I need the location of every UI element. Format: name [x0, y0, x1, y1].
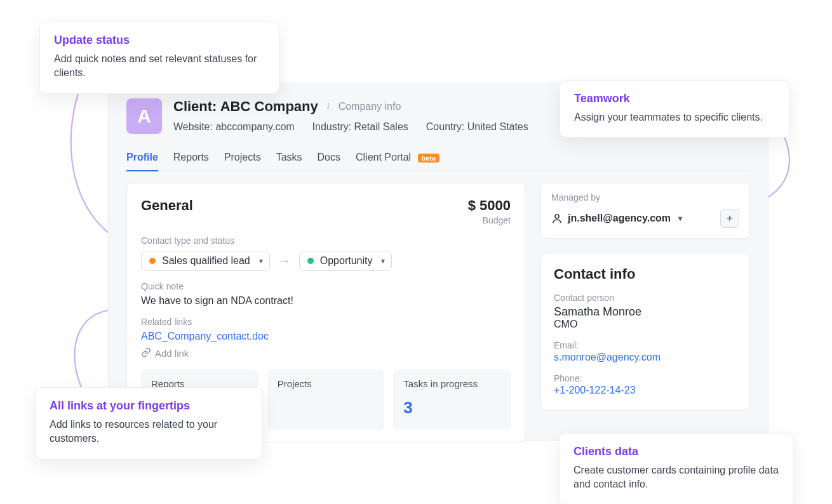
status-from-select[interactable]: Sales qualified lead ▾ — [141, 251, 270, 271]
tab-client-portal-label: Client Portal — [356, 152, 411, 162]
callout-clients-data: Clients data Create customer cards conta… — [559, 433, 794, 504]
callout-clients-data-body: Create customer cards containing profile… — [574, 463, 779, 492]
contact-person-role: CMO — [554, 319, 737, 330]
company-info-label[interactable]: Company info — [339, 101, 401, 112]
related-link-doc[interactable]: ABC_Company_contact.doc — [141, 331, 269, 342]
person-icon — [551, 213, 563, 224]
client-avatar: A — [126, 98, 162, 134]
tabs: Profile Reports Projects Tasks Docs Clie… — [126, 148, 750, 171]
info-icon[interactable]: i — [327, 102, 330, 112]
quick-note-label: Quick note — [141, 281, 511, 291]
managed-by-user[interactable]: jn.shell@agency.com ▾ — [551, 213, 682, 224]
stat-projects[interactable]: Projects — [267, 369, 385, 430]
status-dot-green-icon — [307, 258, 314, 264]
stat-tasks-value: 3 — [403, 398, 500, 418]
client-website: Website: abccompany.com — [173, 121, 295, 133]
add-manager-button[interactable]: + — [720, 209, 739, 228]
status-to-label: Opportunity — [320, 255, 373, 267]
callout-teamwork-body: Assign your teammates to specific client… — [574, 110, 775, 124]
callout-teamwork: Teamwork Assign your teammates to specif… — [560, 80, 789, 138]
callout-links-body: Add links to resources related to your c… — [50, 418, 248, 446]
callout-update-status: Update status Add quick notes and set re… — [39, 22, 279, 94]
client-title: Client: ABC Company — [173, 98, 318, 115]
budget-amount: $ 5000 — [468, 197, 511, 214]
chevron-down-icon: ▾ — [381, 256, 385, 265]
contact-info-title: Contact info — [554, 266, 737, 282]
contact-type-label: Contact type and status — [141, 235, 511, 246]
tab-client-portal[interactable]: Client Portal beta — [356, 148, 439, 171]
managed-by-card: Managed by jn.shell@agency.com ▾ — [540, 183, 750, 239]
chevron-down-icon: ▾ — [259, 256, 263, 265]
callout-update-status-title: Update status — [54, 34, 265, 47]
contact-email-label: Email: — [554, 340, 737, 350]
stat-projects-title: Projects — [278, 378, 375, 389]
stat-tasks-title: Tasks in progress — [403, 378, 500, 389]
callout-clients-data-title: Clients data — [574, 445, 779, 458]
contact-phone-link[interactable]: +1-200-122-14-23 — [554, 385, 636, 396]
tab-projects[interactable]: Projects — [224, 148, 261, 171]
contact-email-link[interactable]: s.monroe@agency.com — [554, 352, 661, 363]
add-link-button[interactable]: Add link — [141, 347, 511, 359]
link-icon — [141, 347, 151, 359]
managed-by-email: jn.shell@agency.com — [568, 213, 671, 224]
client-industry: Industry: Retail Sales — [312, 121, 408, 133]
tab-tasks[interactable]: Tasks — [276, 148, 302, 171]
quick-note-text: We have to sign an NDA contract! — [141, 295, 511, 307]
arrow-right-icon: → — [279, 255, 290, 268]
callout-update-status-body: Add quick notes and set relevant statuse… — [54, 52, 265, 81]
tab-profile[interactable]: Profile — [126, 148, 158, 171]
chevron-down-icon: ▾ — [678, 214, 682, 223]
managed-by-label: Managed by — [551, 192, 739, 202]
contact-person-name: Samatha Monroe — [554, 305, 737, 319]
stat-tasks[interactable]: Tasks in progress 3 — [393, 369, 511, 430]
callout-links: All links at your fingertips Add links t… — [35, 387, 262, 460]
contact-person-label: Contact person — [554, 293, 737, 303]
add-link-label: Add link — [155, 348, 189, 359]
status-dot-orange-icon — [149, 258, 156, 264]
tab-reports[interactable]: Reports — [173, 148, 209, 171]
beta-badge: beta — [418, 154, 440, 162]
plus-icon: + — [727, 212, 733, 225]
budget-label: Budget — [468, 215, 511, 225]
related-links-label: Related links — [141, 317, 511, 327]
callout-teamwork-title: Teamwork — [574, 92, 775, 105]
contact-phone-label: Phone: — [554, 373, 737, 383]
contact-info-card: Contact info Contact person Samatha Monr… — [540, 253, 750, 411]
status-to-select[interactable]: Opportunity ▾ — [299, 251, 393, 271]
tab-docs[interactable]: Docs — [318, 148, 340, 171]
general-title: General — [141, 197, 193, 214]
client-country: Country: United States — [426, 121, 528, 133]
svg-point-0 — [555, 215, 559, 218]
status-from-label: Sales qualified lead — [162, 255, 250, 267]
callout-links-title: All links at your fingertips — [50, 399, 248, 413]
